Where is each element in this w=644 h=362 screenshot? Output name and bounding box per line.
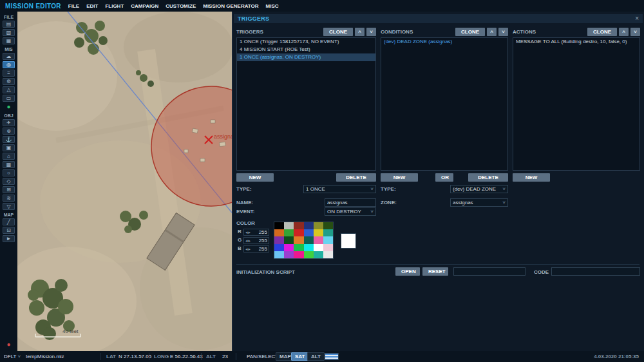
close-icon[interactable]: × xyxy=(635,15,639,22)
red-dot-button[interactable]: ● xyxy=(3,341,15,348)
color-swatch[interactable] xyxy=(323,251,333,258)
color-swatch[interactable] xyxy=(284,236,294,243)
trigger-row[interactable]: 1 ONCE (Trigger 1581257173, NO EVENT) xyxy=(237,38,375,46)
color-swatch[interactable] xyxy=(304,251,314,258)
menu-misc[interactable]: MISC xyxy=(266,3,279,9)
condition-type-dropdown[interactable]: (dev) DEAD ZONE ˅ xyxy=(450,185,508,193)
menu-flight[interactable]: FLIGHT xyxy=(105,3,124,9)
stepper-left-icon[interactable]: ◂ xyxy=(245,238,248,243)
menu-file[interactable]: FILE xyxy=(68,3,79,9)
triggers-icon[interactable]: ◎ xyxy=(3,61,15,68)
trigger-event-dropdown[interactable]: ON DESTROY ˅ xyxy=(325,207,376,216)
conditions-move-up-button[interactable]: ˄ xyxy=(487,28,497,36)
zone-icon[interactable]: ○ xyxy=(3,169,15,176)
options-icon[interactable]: ⚙ xyxy=(3,78,15,85)
color-swatch[interactable] xyxy=(274,229,284,236)
color-swatch[interactable] xyxy=(323,229,333,236)
color-swatch[interactable] xyxy=(274,222,284,229)
color-swatch[interactable] xyxy=(314,244,323,251)
trigger-new-button[interactable]: NEW xyxy=(236,173,274,182)
color-swatch[interactable] xyxy=(284,244,294,251)
grid-icon[interactable]: ⊡ xyxy=(3,227,15,234)
map-canvas[interactable]: assignas 40 feet xyxy=(17,12,232,351)
helicopter-icon[interactable]: ⊕ xyxy=(3,128,15,135)
conditions-move-down-button[interactable]: ˅ xyxy=(498,28,508,36)
airplane-icon[interactable]: ✈ xyxy=(3,119,15,126)
init-script-reset-button[interactable]: RESET xyxy=(422,267,448,276)
color-swatch[interactable] xyxy=(294,244,303,251)
actions-clone-button[interactable]: CLONE xyxy=(587,28,617,36)
alt-view-button[interactable]: ALT xyxy=(307,352,325,361)
weather-icon[interactable]: ☁ xyxy=(3,53,15,60)
group-icon[interactable]: ▦ xyxy=(3,161,15,168)
summary-icon[interactable]: ▭ xyxy=(3,95,15,102)
actions-move-down-button[interactable]: ˅ xyxy=(630,28,640,36)
elevation-bands-icon[interactable] xyxy=(325,353,339,360)
init-script-input[interactable] xyxy=(453,267,526,276)
color-swatch[interactable] xyxy=(304,229,314,236)
blue-stepper[interactable]: ◂ ▸ 255 xyxy=(243,245,269,252)
color-swatch[interactable] xyxy=(314,236,323,243)
init-script-open-button[interactable]: OPEN xyxy=(395,267,420,276)
stepper-right-icon[interactable]: ▸ xyxy=(249,247,251,252)
color-swatch[interactable] xyxy=(323,236,333,243)
color-swatch[interactable] xyxy=(274,251,284,258)
ruler-icon[interactable]: ╱ xyxy=(3,218,15,225)
waypoint-icon[interactable]: ◇ xyxy=(3,178,15,185)
action-new-button[interactable]: NEW xyxy=(513,173,550,182)
trigger-name-input[interactable] xyxy=(325,198,376,207)
condition-zone-dropdown[interactable]: assignas ˅ xyxy=(450,198,508,207)
profile-dropdown[interactable]: DFLT ˅ xyxy=(4,354,21,359)
trigger-type-dropdown[interactable]: 1 ONCE ˅ xyxy=(303,185,376,193)
menu-campaign[interactable]: CAMPAIGN xyxy=(131,3,158,9)
stepper-right-icon[interactable]: ▸ xyxy=(249,238,251,243)
pointer-icon[interactable]: ► xyxy=(3,235,15,242)
conditions-clone-button[interactable]: CLONE xyxy=(455,28,485,36)
trigger-row-selected[interactable]: 1 ONCE (assignas, ON DESTROY) xyxy=(237,53,375,61)
color-swatch[interactable] xyxy=(304,244,314,251)
action-row[interactable]: MESSAGE TO ALL (Building destro, 10, fal… xyxy=(513,38,639,46)
menu-customize[interactable]: CUSTOMIZE xyxy=(166,3,196,9)
template-icon[interactable]: ⊞ xyxy=(3,186,15,193)
trigger-row[interactable]: 4 MISSION START (ROE Test) xyxy=(237,46,375,53)
color-swatch[interactable] xyxy=(323,222,333,229)
menu-mission-generator[interactable]: MISSION GENERATOR xyxy=(203,3,258,9)
triggers-move-up-button[interactable]: ˄ xyxy=(355,28,365,36)
menu-edit[interactable]: EDIT xyxy=(86,3,98,9)
condition-new-button[interactable]: NEW xyxy=(381,173,418,182)
color-swatch[interactable] xyxy=(323,244,333,251)
stepper-left-icon[interactable]: ◂ xyxy=(245,247,248,252)
green-stepper[interactable]: ◂ ▸ 255 xyxy=(243,237,269,244)
color-swatch[interactable] xyxy=(284,222,294,229)
ship-icon[interactable]: ⚓ xyxy=(3,136,15,143)
color-swatch[interactable] xyxy=(314,251,323,258)
condition-delete-button[interactable]: DELETE xyxy=(468,173,508,182)
color-swatch[interactable] xyxy=(294,236,303,243)
save-mission-icon[interactable]: ▦ xyxy=(3,37,15,44)
color-swatch[interactable] xyxy=(294,229,303,236)
red-stepper[interactable]: ◂ ▸ 255 xyxy=(243,229,269,236)
triggers-clone-button[interactable]: CLONE xyxy=(323,28,353,36)
color-swatch[interactable] xyxy=(304,222,314,229)
open-mission-icon[interactable]: ▧ xyxy=(3,29,15,36)
color-swatch[interactable] xyxy=(284,229,294,236)
new-mission-icon[interactable]: ▤ xyxy=(3,21,15,28)
color-swatch[interactable] xyxy=(314,229,323,236)
color-swatch[interactable] xyxy=(284,251,294,258)
color-swatch[interactable] xyxy=(274,236,284,243)
color-swatch[interactable] xyxy=(294,251,303,258)
condition-or-button[interactable]: OR xyxy=(435,173,453,182)
green-dot-button[interactable]: ● xyxy=(3,103,15,111)
color-swatch[interactable] xyxy=(294,222,303,229)
failures-icon[interactable]: △ xyxy=(3,86,15,93)
pan-select-mode[interactable]: PAN/SELECT xyxy=(247,354,278,359)
map-area[interactable]: assignas 40 feet xyxy=(17,12,232,351)
triggers-move-down-button[interactable]: ˅ xyxy=(366,28,376,36)
code-input[interactable] xyxy=(551,267,640,276)
sea-icon[interactable]: ≋ xyxy=(3,195,15,202)
marker-icon[interactable]: ▽ xyxy=(3,203,15,210)
sat-view-button[interactable]: SAT xyxy=(291,352,308,361)
briefing-icon[interactable]: ≡ xyxy=(3,70,15,77)
color-swatch[interactable] xyxy=(274,244,284,251)
color-swatch[interactable] xyxy=(314,222,323,229)
